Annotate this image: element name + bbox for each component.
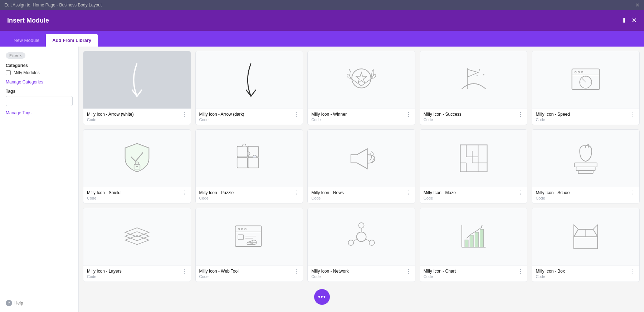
card-preview-layers — [83, 208, 191, 265]
tab-bar: New Module Add From Library — [0, 31, 644, 47]
card-footer-school: Milly Icon - School Code ⋮ — [532, 187, 639, 203]
tags-section: Tags — [6, 89, 73, 106]
dots-button[interactable]: ••• — [314, 289, 330, 305]
filter-chip[interactable]: Filter × — [6, 52, 25, 59]
module-card-success[interactable]: ✦ ✦ ✦ Milly Icon - Success Code ⋮ — [420, 51, 528, 125]
card-menu-shield[interactable]: ⋮ — [181, 190, 187, 196]
tab-add-from-library[interactable]: Add From Library — [46, 34, 98, 47]
module-card-maze[interactable]: Milly Icon - Maze Code ⋮ — [420, 129, 528, 203]
module-card-speed[interactable]: Milly Icon - Speed Code ⋮ — [532, 51, 640, 125]
module-card-layers[interactable]: Milly Icon - Layers Code ⋮ — [83, 208, 191, 282]
modal-close-button[interactable]: ✕ — [631, 16, 637, 24]
card-type-arrow-white: Code — [87, 117, 134, 122]
tags-input[interactable] — [6, 96, 73, 106]
module-card-box[interactable]: Milly Icon - Box Code ⋮ — [532, 208, 640, 282]
tags-label: Tags — [6, 89, 73, 94]
module-card-chart[interactable]: Milly Icon - Chart Code ⋮ — [420, 208, 528, 282]
milly-modules-checkbox-row: Milly Modules — [6, 70, 73, 75]
card-name-winner: Milly Icon - Winner — [311, 112, 347, 117]
tab-new-module[interactable]: New Module — [7, 34, 46, 47]
card-name-speed: Milly Icon - Speed — [536, 112, 570, 117]
module-card-winner[interactable]: Milly Icon - Winner Code ⋮ — [307, 51, 415, 125]
card-preview-network — [308, 208, 415, 265]
svg-point-43 — [348, 240, 353, 245]
module-card-arrow-white[interactable]: Milly Icon - Arrow (white) Code ⋮ — [83, 51, 191, 125]
card-preview-winner — [308, 51, 415, 109]
card-menu-maze[interactable]: ⋮ — [518, 190, 523, 196]
svg-text:✦: ✦ — [476, 75, 478, 77]
card-menu-puzzle[interactable]: ⋮ — [293, 190, 299, 196]
card-type-chart: Code — [424, 274, 456, 279]
modal-title: Insert Module — [7, 17, 49, 24]
svg-line-48 — [365, 239, 370, 241]
card-menu-webtool[interactable]: ⋮ — [293, 269, 299, 274]
svg-point-6 — [575, 71, 576, 73]
manage-categories-link[interactable]: Manage Categories — [6, 80, 73, 85]
card-footer-puzzle: Milly Icon - Puzzle Code ⋮ — [196, 187, 303, 203]
card-footer-news: Milly Icon - News Code ⋮ — [308, 187, 415, 203]
svg-rect-30 — [575, 163, 597, 167]
modal-action-buttons: ⏸ ✕ — [621, 16, 637, 24]
card-name-shield: Milly Icon - Shield — [87, 190, 121, 195]
module-card-webtool[interactable]: Milly Icon - Web Tool Code ⋮ — [195, 208, 303, 282]
card-preview-news — [308, 130, 415, 187]
card-footer-chart: Milly Icon - Chart Code ⋮ — [420, 265, 527, 282]
card-preview-chart — [420, 208, 527, 265]
card-preview-box — [532, 208, 639, 265]
svg-rect-51 — [465, 240, 468, 247]
card-type-success: Code — [424, 117, 462, 122]
card-menu-chart[interactable]: ⋮ — [518, 269, 523, 274]
card-menu-arrow-dark[interactable]: ⋮ — [293, 112, 299, 117]
card-type-puzzle: Code — [199, 196, 234, 200]
card-footer-winner: Milly Icon - Winner Code ⋮ — [308, 109, 415, 125]
module-card-school[interactable]: Milly Icon - School Code ⋮ — [532, 129, 640, 203]
card-menu-network[interactable]: ⋮ — [406, 269, 411, 274]
svg-text:✦: ✦ — [478, 68, 480, 72]
card-menu-winner[interactable]: ⋮ — [406, 112, 411, 117]
svg-line-47 — [353, 239, 358, 241]
svg-rect-54 — [480, 229, 483, 247]
title-bar-close-button[interactable]: ✕ — [635, 2, 640, 8]
svg-line-11 — [582, 78, 586, 82]
card-name-arrow-white: Milly Icon - Arrow (white) — [87, 112, 134, 117]
card-menu-speed[interactable]: ⋮ — [630, 112, 636, 117]
modal-pause-button[interactable]: ⏸ — [621, 17, 627, 24]
card-preview-arrow-white — [83, 51, 191, 109]
card-footer-box: Milly Icon - Box Code ⋮ — [532, 265, 639, 282]
svg-rect-52 — [470, 235, 473, 247]
help-row[interactable]: ? Help — [6, 300, 73, 306]
module-card-news[interactable]: Milly Icon - News Code ⋮ — [307, 129, 415, 203]
card-footer-network: Milly Icon - Network Code ⋮ — [308, 265, 415, 282]
milly-modules-label: Milly Modules — [14, 70, 40, 75]
card-preview-school — [532, 130, 639, 187]
module-card-shield[interactable]: Milly Icon - Shield Code ⋮ — [83, 129, 191, 203]
card-footer-success: Milly Icon - Success Code ⋮ — [420, 109, 527, 125]
svg-rect-17 — [237, 147, 248, 157]
card-name-arrow-dark: Milly Icon - Arrow (dark) — [199, 112, 244, 117]
svg-rect-19 — [237, 158, 248, 168]
card-menu-news[interactable]: ⋮ — [406, 190, 411, 196]
module-card-arrow-dark[interactable]: Milly Icon - Arrow (dark) Code ⋮ — [195, 51, 303, 125]
card-menu-school[interactable]: ⋮ — [630, 190, 636, 196]
card-preview-success: ✦ ✦ ✦ — [420, 51, 527, 109]
bottom-bar: ••• — [314, 289, 330, 305]
module-card-puzzle[interactable]: Milly Icon - Puzzle Code ⋮ — [195, 129, 303, 203]
card-menu-success[interactable]: ⋮ — [518, 112, 523, 117]
card-menu-layers[interactable]: ⋮ — [181, 269, 187, 274]
manage-tags-link[interactable]: Manage Tags — [6, 110, 73, 115]
card-type-winner: Code — [311, 117, 347, 122]
modal-header: Insert Module ⏸ ✕ — [0, 10, 644, 31]
card-name-success: Milly Icon - Success — [424, 112, 462, 117]
card-type-webtool: Code — [199, 274, 239, 279]
help-label: Help — [14, 301, 23, 306]
svg-point-8 — [581, 71, 583, 73]
milly-modules-checkbox[interactable] — [6, 70, 11, 75]
card-menu-arrow-white[interactable]: ⋮ — [181, 112, 187, 117]
card-preview-arrow-dark — [196, 51, 303, 109]
card-preview-speed — [532, 51, 639, 109]
svg-rect-20 — [248, 158, 259, 168]
card-type-shield: Code — [87, 196, 121, 200]
module-card-network[interactable]: Milly Icon - Network Code ⋮ — [307, 208, 415, 282]
card-menu-box[interactable]: ⋮ — [630, 269, 636, 274]
card-type-network: Code — [311, 274, 349, 279]
